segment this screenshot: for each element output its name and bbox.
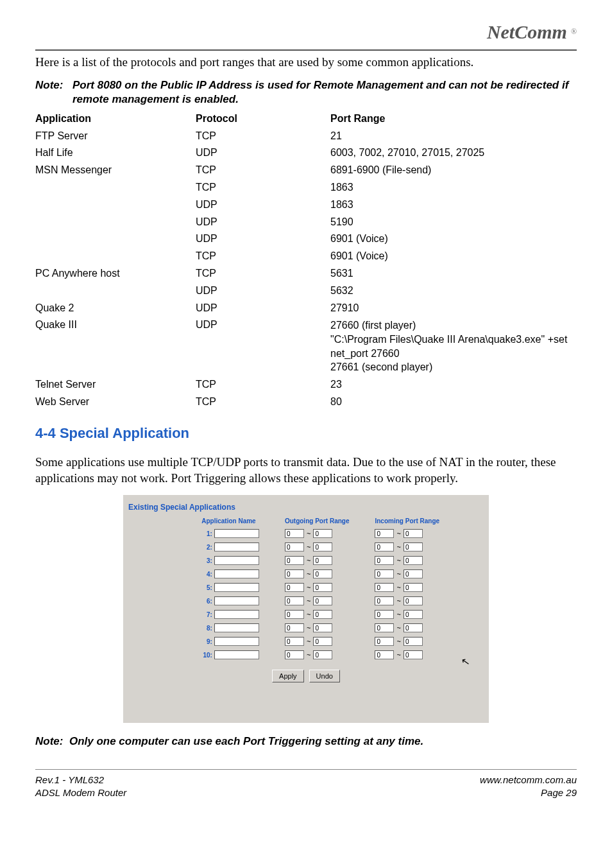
cell-proto: TCP	[196, 250, 330, 263]
incoming-to-input[interactable]: 0	[404, 569, 423, 578]
undo-button[interactable]: Undo	[309, 670, 340, 682]
outgoing-from-input[interactable]: 0	[285, 569, 304, 578]
outgoing-to-input[interactable]: 0	[313, 610, 332, 619]
row-number: 6:	[198, 597, 212, 605]
cell-proto: TCP	[196, 378, 330, 392]
cell-proto: UDP	[196, 284, 330, 298]
incoming-from-input[interactable]: 0	[375, 583, 394, 592]
tilde-icon: ~	[307, 596, 310, 605]
cell-proto: UDP	[196, 232, 330, 246]
incoming-from-input[interactable]: 0	[375, 610, 394, 619]
apply-button[interactable]: Apply	[272, 670, 304, 682]
outgoing-from-input[interactable]: 0	[285, 623, 304, 632]
outgoing-from-input[interactable]: 0	[285, 610, 304, 619]
outgoing-from-input[interactable]: 0	[285, 596, 304, 605]
outgoing-from-input[interactable]: 0	[285, 556, 304, 565]
incoming-to-input[interactable]: 0	[404, 650, 423, 659]
row-number: 10:	[198, 651, 212, 659]
incoming-row: 0~0	[375, 636, 439, 647]
incoming-to-input[interactable]: 0	[404, 637, 423, 646]
port-table: Application Protocol Port Range FTP Serv…	[35, 110, 577, 411]
row-number: 1:	[198, 530, 212, 538]
outgoing-to-input[interactable]: 0	[313, 650, 332, 659]
section-heading: 4-4 Special Application	[35, 424, 577, 443]
incoming-from-input[interactable]: 0	[375, 623, 394, 632]
table-row: UDP6901 (Voice)	[35, 230, 577, 248]
tilde-icon: ~	[307, 583, 310, 592]
tilde-icon: ~	[307, 529, 310, 538]
incoming-to-input[interactable]: 0	[404, 596, 423, 605]
outgoing-row: 0~0	[285, 636, 350, 647]
outgoing-from-input[interactable]: 0	[285, 529, 304, 538]
outgoing-row: 0~0	[285, 542, 350, 553]
outgoing-to-input[interactable]: 0	[313, 556, 332, 565]
incoming-from-input[interactable]: 0	[375, 556, 394, 565]
registered-icon: ®	[571, 27, 577, 37]
incoming-from-input[interactable]: 0	[375, 569, 394, 578]
app-name-input[interactable]	[214, 583, 259, 592]
row-number: 3:	[198, 557, 212, 565]
cell-app: Half Life	[35, 146, 196, 160]
table-row: Half LifeUDP6003, 7002, 27010, 27015, 27…	[35, 144, 577, 162]
outgoing-to-input[interactable]: 0	[313, 637, 332, 646]
cell-range: 80	[330, 395, 577, 409]
incoming-from-input[interactable]: 0	[375, 596, 394, 605]
cell-app	[35, 181, 196, 195]
incoming-from-input[interactable]: 0	[375, 637, 394, 646]
outgoing-row: 0~0	[285, 609, 350, 620]
incoming-to-input[interactable]: 0	[404, 583, 423, 592]
cell-range: 5631	[330, 267, 577, 281]
incoming-from-input[interactable]: 0	[375, 542, 394, 551]
incoming-to-input[interactable]: 0	[404, 610, 423, 619]
tilde-icon: ~	[307, 623, 310, 632]
app-name-input[interactable]	[214, 556, 259, 565]
note-port-8080: Note: Port 8080 on the Public IP Address…	[35, 78, 577, 107]
outgoing-row: 0~0	[285, 650, 350, 661]
outgoing-from-input[interactable]: 0	[285, 583, 304, 592]
header-logo-row: NetComm ®	[35, 19, 577, 51]
tilde-icon: ~	[307, 637, 310, 646]
cell-app: FTP Server	[35, 130, 196, 143]
footer-product: ADSL Modem Router	[35, 786, 126, 799]
cell-app	[35, 216, 196, 229]
table-row: PC Anywhere hostTCP5631	[35, 265, 577, 282]
outgoing-to-input[interactable]: 0	[313, 542, 332, 551]
outgoing-to-input[interactable]: 0	[313, 623, 332, 632]
outgoing-row: 0~0	[285, 623, 350, 634]
outgoing-from-input[interactable]: 0	[285, 542, 304, 551]
incoming-to-input[interactable]: 0	[404, 529, 423, 538]
outgoing-to-input[interactable]: 0	[313, 596, 332, 605]
colhead-incoming: Incoming Port Range	[375, 517, 439, 525]
cell-range: 23	[330, 378, 577, 392]
incoming-to-input[interactable]: 0	[404, 623, 423, 632]
cell-range: 6901 (Voice)	[330, 232, 577, 246]
table-row: MSN MessengerTCP6891-6900 (File-send)	[35, 162, 577, 179]
cell-range: 5632	[330, 284, 577, 298]
note2-body: Only one computer can use each Port Trig…	[69, 735, 423, 747]
incoming-to-input[interactable]: 0	[404, 556, 423, 565]
table-row: TCP1863	[35, 179, 577, 196]
tilde-icon: ~	[307, 569, 310, 578]
incoming-from-input[interactable]: 0	[375, 650, 394, 659]
tilde-icon: ~	[307, 542, 310, 551]
outgoing-to-input[interactable]: 0	[313, 569, 332, 578]
app-name-input[interactable]	[214, 623, 259, 632]
app-name-input[interactable]	[214, 610, 259, 619]
outgoing-to-input[interactable]: 0	[313, 529, 332, 538]
outgoing-from-input[interactable]: 0	[285, 650, 304, 659]
col-protocol: Protocol	[196, 112, 330, 126]
app-name-input[interactable]	[214, 542, 259, 551]
incoming-row: 0~0	[375, 596, 439, 607]
app-name-input[interactable]	[214, 596, 259, 605]
app-name-input[interactable]	[214, 529, 259, 538]
incoming-from-input[interactable]: 0	[375, 529, 394, 538]
incoming-to-input[interactable]: 0	[404, 542, 423, 551]
outgoing-from-input[interactable]: 0	[285, 637, 304, 646]
tilde-icon: ~	[396, 556, 400, 565]
col-incoming: Incoming Port Range 0~00~00~00~00~00~00~…	[375, 517, 439, 663]
tilde-icon: ~	[396, 650, 400, 659]
app-name-input[interactable]	[214, 637, 259, 646]
app-name-input[interactable]	[214, 569, 259, 578]
app-name-input[interactable]	[214, 650, 259, 659]
outgoing-to-input[interactable]: 0	[313, 583, 332, 592]
